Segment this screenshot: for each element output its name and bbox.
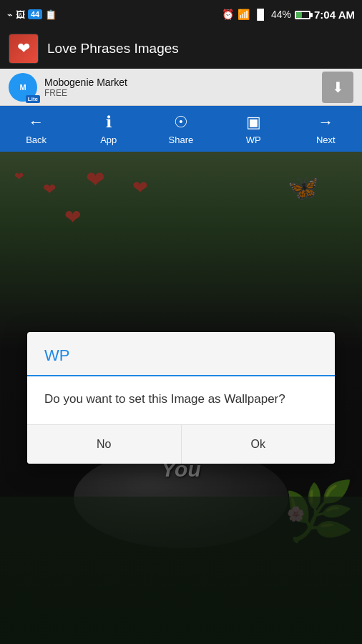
title-bar: ❤ Love Phrases Images <box>0 29 362 69</box>
main-content: ❤ ❤ ❤ ❤ 🦋 ❤ 🌿 🌸 Love You <box>0 152 362 644</box>
dialog-overlay: WP Do you want to set this Image as Wall… <box>0 152 362 644</box>
info-icon: ℹ <box>106 113 112 132</box>
dialog-body: Do you want to set this Image as Wallpap… <box>27 376 335 425</box>
dialog-message: Do you want to set this Image as Wallpap… <box>44 391 318 408</box>
status-icons-right: ⏰ 📶 ▐▌ 44% 7:04 AM <box>222 9 355 21</box>
dialog-title: WP <box>44 346 69 364</box>
share-icon: ☉ <box>174 113 188 132</box>
ad-lite-label: Lite <box>26 95 40 103</box>
ad-info: Mobogenie Market FREE <box>44 77 315 98</box>
app-icon-symbol: ❤ <box>17 39 30 58</box>
signal-icon: ▐▌ <box>253 9 268 20</box>
nav-back-label: Back <box>26 135 47 145</box>
nav-wp-label: WP <box>246 135 261 145</box>
ad-price: FREE <box>44 88 315 98</box>
app-icon: ❤ <box>9 34 39 64</box>
nav-next[interactable]: → Next <box>300 113 351 145</box>
next-icon: → <box>318 113 333 132</box>
dialog-title-area: WP <box>27 332 335 376</box>
nav-back[interactable]: ← Back <box>11 113 62 145</box>
notification-badge: 44 <box>28 9 42 19</box>
dialog: WP Do you want to set this Image as Wall… <box>27 332 335 464</box>
ad-app-name: Mobogenie Market <box>44 77 315 88</box>
sim-icon: 📋 <box>45 9 57 20</box>
download-icon: ⬇ <box>332 79 344 96</box>
nav-next-label: Next <box>316 135 336 145</box>
ad-logo: M Lite <box>9 73 37 102</box>
wifi-icon: 📶 <box>238 9 250 20</box>
ok-button[interactable]: Ok <box>182 425 336 464</box>
nav-share[interactable]: ☉ Share <box>156 113 206 145</box>
status-time: 7:04 AM <box>314 9 355 21</box>
ad-download-button[interactable]: ⬇ <box>322 72 353 103</box>
status-icons-left: ⌁ 🖼 44 📋 <box>7 9 57 20</box>
battery-level: 44% <box>271 9 291 20</box>
nav-wp[interactable]: ▣ WP <box>228 113 278 145</box>
dialog-buttons: No Ok <box>27 424 335 464</box>
app-title: Love Phrases Images <box>47 41 179 57</box>
nav-app-label: App <box>100 135 117 145</box>
alarm-icon: ⏰ <box>222 9 234 20</box>
image-icon: 🖼 <box>16 9 25 20</box>
nav-share-label: Share <box>169 135 194 145</box>
status-bar: ⌁ 🖼 44 📋 ⏰ 📶 ▐▌ 44% 7:04 AM <box>0 0 362 29</box>
wallpaper-icon: ▣ <box>246 113 261 132</box>
nav-bar: ← Back ℹ App ☉ Share ▣ WP → Next <box>0 106 362 152</box>
usb-icon: ⌁ <box>7 9 13 20</box>
back-icon: ← <box>29 113 44 132</box>
battery-icon <box>295 9 310 20</box>
nav-app[interactable]: ℹ App <box>84 113 134 145</box>
no-button[interactable]: No <box>27 425 182 464</box>
ad-banner[interactable]: M Lite Mobogenie Market FREE ⬇ <box>0 69 362 106</box>
